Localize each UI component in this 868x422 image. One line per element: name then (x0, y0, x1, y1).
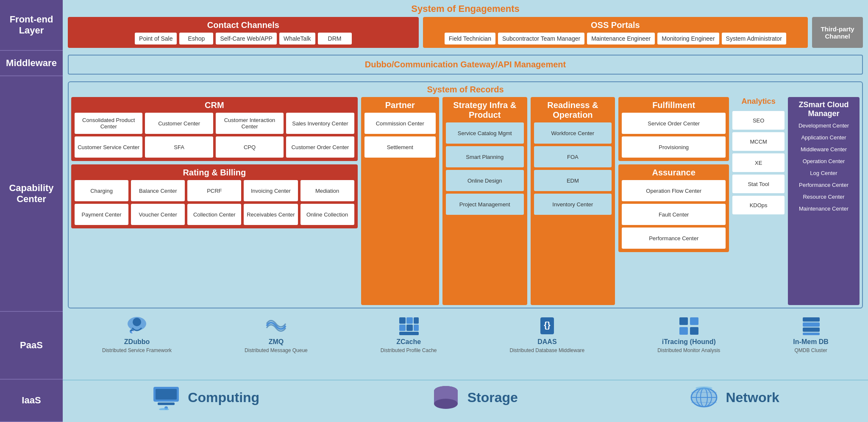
readiness-edm: EDM (534, 170, 612, 191)
channel-drm: DRM (318, 33, 352, 44)
crm-grid: Consolidated Product Center Customer Cen… (75, 113, 354, 158)
zdubbo-name: ZDubbo (124, 338, 150, 346)
contact-channels-box: Contact Channels Point of Sale Eshop Sel… (68, 17, 419, 48)
svg-rect-9 (414, 325, 419, 331)
crm-service: Customer Service Center (75, 136, 142, 158)
contact-channel-items: Point of Sale Eshop Self-Care Web/APP Wh… (72, 33, 415, 44)
label-frontend: Front-end Layer (0, 0, 63, 51)
sor-outer: System of Records CRM Consolidated Produ… (68, 81, 863, 308)
strategy-box: Strategy Infra & Product Service Catalog… (442, 97, 527, 305)
channel-whaletalk: WhaleTalk (279, 33, 315, 44)
rb-charging: Charging (75, 180, 128, 201)
fulfillment-items: Service Order Center Provisioning (622, 113, 726, 158)
channel-selfcare: Self-Care Web/APP (216, 33, 276, 44)
svg-rect-15 (679, 327, 688, 335)
paas-section: ⚙ ZDubbo Distributed Service Framework Z… (63, 312, 868, 380)
partner-column: Partner Commission Center Settlement (361, 97, 439, 305)
oss-subcontractor: Subcontractor Team Manager (498, 33, 584, 44)
crm-title: CRM (75, 100, 354, 110)
zsmart-app: Application Center (791, 133, 856, 142)
svg-rect-20 (803, 333, 820, 335)
crm-rating-column: CRM Consolidated Product Center Customer… (71, 97, 358, 305)
contact-channels-title: Contact Channels (72, 20, 415, 30)
iaas-computing: Computing (151, 385, 259, 410)
zsmart-resource: Resource Center (791, 192, 856, 202)
analytics-mccm: MCCM (732, 132, 785, 151)
label-paas: PaaS (0, 312, 63, 380)
paas-daas: {} DAAS Distributed Database Middleware (510, 315, 585, 353)
zcache-name: ZCache (396, 338, 421, 346)
readiness-inventory: Inventory Center (534, 194, 612, 215)
readiness-foa: FOA (534, 146, 612, 167)
svg-text:{}: {} (544, 320, 551, 330)
paas-zcache: ZCache Distributed Profile Cache (381, 315, 437, 353)
zsmart-operation: Operation Center (791, 156, 856, 166)
strategy-items: Service Catalog Mgmt Smart Planning Onli… (446, 122, 524, 215)
computing-icon (151, 385, 181, 410)
iaas-inner: Computing Storage (68, 385, 863, 410)
svg-rect-13 (679, 317, 688, 325)
oss-field-tech: Field Technician (445, 33, 495, 44)
oss-sysadmin: System Administrator (722, 33, 786, 44)
channel-eshop: Eshop (179, 33, 213, 44)
daas-icon: {} (535, 315, 559, 336)
assurance-fault: Fault Center (622, 204, 726, 225)
analytics-xe: XE (732, 153, 785, 172)
readiness-box: Readiness & Operation Workforce Center F… (531, 97, 615, 305)
soe-section: System of Engagements Contact Channels P… (63, 0, 868, 51)
iaas-section: Computing Storage (63, 380, 868, 422)
zdubbo-icon: ⚙ (125, 315, 149, 336)
zmq-icon (264, 315, 288, 336)
strategy-catalog: Service Catalog Mgmt (446, 122, 524, 144)
analytics-items: SEO MCCM XE Stat Tool KDOps (732, 111, 785, 214)
readiness-items: Workforce Center FOA EDM Inventory Cente… (534, 122, 612, 215)
svg-rect-6 (414, 317, 419, 324)
strategy-column: Strategy Infra & Product Service Catalog… (442, 97, 527, 305)
readiness-title: Readiness & Operation (534, 100, 612, 120)
strategy-title: Strategy Infra & Product (446, 100, 524, 120)
inmemdb-icon (799, 315, 823, 336)
inmemdb-desc: QMDB Cluster (794, 347, 827, 353)
iaas-storage: Storage (431, 385, 518, 410)
storage-icon (431, 385, 461, 410)
strategy-design: Online Design (446, 170, 524, 191)
fulfillment-provisioning: Provisioning (622, 136, 726, 158)
assurance-items: Operation Flow Center Fault Center Perfo… (622, 180, 726, 249)
soe-inner: Contact Channels Point of Sale Eshop Sel… (68, 17, 863, 48)
svg-rect-16 (690, 327, 698, 335)
rating-billing-box: Rating & Billing Charging Balance Center… (71, 164, 358, 228)
paas-zmq: ZMQ Distributed Message Queue (245, 315, 308, 353)
svg-rect-5 (406, 317, 413, 324)
rb-invoicing: Invoicing Center (244, 180, 298, 201)
itracing-icon (677, 315, 701, 336)
svg-rect-14 (690, 317, 698, 325)
svg-rect-23 (158, 403, 175, 405)
network-label: Network (726, 390, 779, 405)
left-labels: Front-end Layer Middleware Capability Ce… (0, 0, 63, 422)
zcache-icon (397, 315, 420, 336)
zsmart-performance: Performance Center (791, 180, 856, 190)
oss-portals-title: OSS Portals (427, 20, 804, 30)
assurance-performance: Performance Center (622, 228, 726, 249)
svg-point-37 (696, 386, 712, 390)
svg-rect-10 (399, 332, 419, 335)
paas-inmemdb: In-Mem DB QMDB Cluster (793, 315, 829, 353)
soe-title: System of Engagements (68, 3, 863, 14)
paas-inner: ⚙ ZDubbo Distributed Service Framework Z… (68, 315, 863, 353)
assurance-title: Assurance (622, 168, 726, 178)
sor-title: System of Records (71, 85, 860, 94)
label-capability: Capability Center (0, 76, 63, 312)
itracing-name: iTracing (Hound) (662, 338, 716, 346)
svg-rect-22 (156, 389, 177, 400)
assurance-opflow: Operation Flow Center (622, 180, 726, 201)
zsmart-middleware: Middleware Center (791, 144, 856, 154)
daas-name: DAAS (537, 338, 556, 346)
analytics-column: Analytics SEO MCCM XE Stat Tool KDOps (732, 97, 785, 305)
zsmart-log: Log Center (791, 168, 856, 178)
svg-point-28 (434, 399, 458, 409)
analytics-stat: Stat Tool (732, 175, 785, 193)
itracing-desc: Distributed Monitor Analysis (657, 347, 720, 353)
zcache-desc: Distributed Profile Cache (381, 347, 437, 353)
network-icon (689, 385, 719, 410)
paas-itracing: iTracing (Hound) Distributed Monitor Ana… (657, 315, 720, 353)
